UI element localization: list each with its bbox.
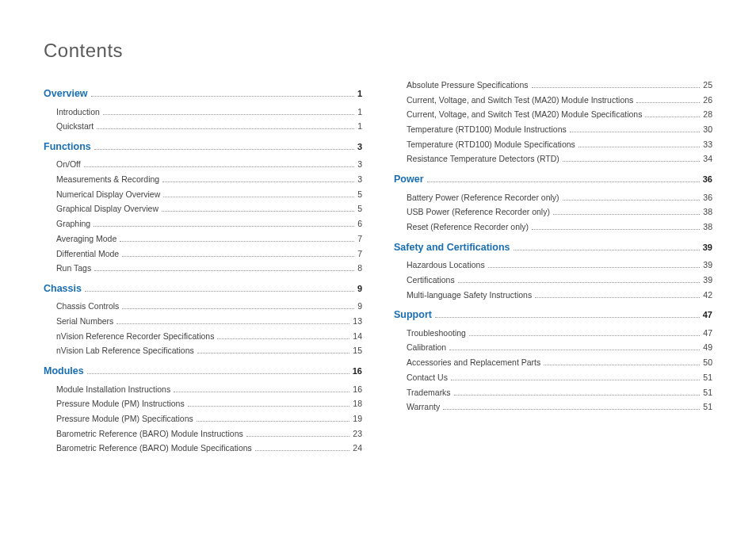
toc-entry-label: Calibration	[407, 342, 446, 353]
toc-sub-row[interactable]: Accessories and Replacement Parts50	[394, 357, 712, 369]
toc-section-row[interactable]: Safety and Certifications39	[394, 241, 712, 255]
toc-leader-dots	[91, 96, 354, 97]
toc-section-row[interactable]: Support47	[394, 308, 712, 323]
toc-section-row[interactable]: Power36	[394, 173, 712, 187]
toc-sub-row[interactable]: nVision Reference Recorder Specification…	[44, 331, 362, 342]
toc-leader-dots	[97, 128, 354, 129]
toc-sub-row[interactable]: Pressure Module (PM) Instructions18	[44, 398, 362, 410]
toc-page-number: 6	[357, 218, 362, 230]
toc-section-label: Overview	[44, 87, 88, 101]
toc-page-number: 16	[353, 384, 362, 396]
toc-page-number: 39	[703, 242, 712, 254]
toc-leader-dots	[578, 147, 700, 147]
toc-sub-row[interactable]: Current, Voltage, and Switch Test (MA20)…	[394, 109, 712, 120]
toc-section-row[interactable]: Chassis9	[44, 282, 362, 296]
toc-sub-row[interactable]: Current, Voltage, and Switch Test (MA20)…	[394, 94, 712, 106]
toc-leader-dots	[163, 197, 354, 197]
toc-leader-dots	[532, 87, 701, 88]
toc-leader-dots	[443, 409, 700, 410]
toc-entry-label: Serial Numbers	[56, 315, 113, 327]
toc-entry-label: Temperature (RTD100) Module Specificatio…	[407, 139, 575, 151]
toc-leader-dots	[162, 182, 354, 182]
toc-entry-label: Trademarks	[407, 387, 451, 399]
toc-leader-dots	[570, 132, 701, 132]
toc-page-number: 36	[703, 192, 712, 204]
toc-leader-dots	[246, 436, 350, 437]
toc-sub-row[interactable]: Resistance Temperature Detectors (RTD)34	[394, 153, 712, 165]
toc-leader-dots	[532, 229, 700, 230]
toc-sub-row[interactable]: Troubleshooting47	[394, 327, 712, 339]
toc-leader-dots	[469, 335, 700, 336]
toc-sub-row[interactable]: Certifications39	[394, 274, 712, 286]
toc-sub-row[interactable]: On/Off3	[44, 159, 362, 170]
toc-page-number: 38	[703, 221, 712, 233]
toc-page-number: 15	[353, 345, 362, 357]
toc-sub-row[interactable]: Reset (Reference Recorder only)38	[394, 221, 712, 233]
toc-sub-row[interactable]: Contact Us51	[394, 372, 712, 384]
toc-entry-label: On/Off	[56, 159, 81, 170]
toc-page-number: 25	[703, 79, 712, 91]
toc-entry-label: USB Power (Reference Recorder only)	[407, 206, 550, 218]
toc-sub-row[interactable]: Chassis Controls9	[44, 300, 362, 312]
toc-page-number: 23	[353, 428, 362, 440]
toc-entry-label: Multi-language Safety Instructions	[407, 289, 532, 301]
toc-page-number: 9	[357, 300, 362, 312]
toc-sub-row[interactable]: Absolute Pressure Specifications25	[394, 79, 712, 91]
toc-page-number: 50	[703, 357, 712, 369]
toc-leader-dots	[188, 406, 350, 407]
toc-leader-dots	[563, 161, 701, 162]
toc-leader-dots	[435, 317, 700, 318]
toc-sub-row[interactable]: Warranty51	[394, 401, 712, 413]
toc-sub-row[interactable]: Temperature (RTD100) Module Instructions…	[394, 124, 712, 136]
toc-page-number: 49	[703, 342, 712, 353]
toc-section-row[interactable]: Functions3	[44, 140, 362, 155]
toc-entry-label: Resistance Temperature Detectors (RTD)	[407, 153, 559, 165]
toc-right-column: Absolute Pressure Specifications25Curren…	[394, 79, 712, 457]
toc-leader-dots	[174, 392, 349, 392]
toc-sub-row[interactable]: Graphical Display Overview5	[44, 203, 362, 215]
toc-sub-row[interactable]: Differential Mode7	[44, 248, 362, 260]
toc-entry-label: Current, Voltage, and Switch Test (MA20)…	[407, 94, 633, 106]
toc-page-number: 26	[703, 94, 712, 106]
toc-sub-row[interactable]: Trademarks51	[394, 387, 712, 399]
toc-page-number: 47	[703, 309, 712, 321]
toc-leader-dots	[94, 270, 354, 271]
toc-sub-row[interactable]: Serial Numbers13	[44, 315, 362, 327]
toc-leader-dots	[645, 117, 700, 117]
toc-entry-label: nVision Lab Reference Specifications	[56, 345, 194, 357]
toc-sub-row[interactable]: nVision Lab Reference Specifications15	[44, 345, 362, 357]
toc-sub-row[interactable]: Run Tags8	[44, 262, 362, 274]
toc-sub-row[interactable]: Numerical Display Overview5	[44, 189, 362, 201]
toc-section-row[interactable]: Modules16	[44, 365, 362, 379]
toc-section-row[interactable]: Overview1	[44, 87, 362, 101]
toc-leader-dots	[449, 350, 700, 350]
toc-sub-row[interactable]: Multi-language Safety Instructions42	[394, 289, 712, 301]
toc-sub-row[interactable]: Hazardous Locations39	[394, 259, 712, 271]
toc-sub-row[interactable]: Introduction1	[44, 106, 362, 118]
toc-sub-row[interactable]: Graphing6	[44, 218, 362, 230]
toc-sub-row[interactable]: USB Power (Reference Recorder only)38	[394, 206, 712, 218]
toc-entry-label: Module Installation Instructions	[56, 384, 170, 396]
toc-page-number: 5	[357, 189, 362, 201]
toc-sub-row[interactable]: Measurements & Recording3	[44, 174, 362, 185]
page-title: Contents	[44, 40, 712, 62]
toc-sub-row[interactable]: Quickstart1	[44, 120, 362, 132]
toc-sub-row[interactable]: Barometric Reference (BARO) Module Speci…	[44, 442, 362, 454]
toc-page-number: 24	[353, 442, 362, 454]
toc-sub-row[interactable]: Battery Power (Reference Recorder only)3…	[394, 192, 712, 204]
toc-entry-label: Barometric Reference (BARO) Module Speci…	[56, 442, 252, 454]
toc-leader-dots	[197, 353, 350, 353]
toc-entry-label: Absolute Pressure Specifications	[407, 79, 529, 91]
toc-sub-row[interactable]: Module Installation Instructions16	[44, 384, 362, 396]
toc-sub-row[interactable]: Averaging Mode7	[44, 233, 362, 245]
toc-sub-row[interactable]: Calibration49	[394, 342, 712, 353]
toc-sub-row[interactable]: Temperature (RTD100) Module Specificatio…	[394, 139, 712, 151]
toc-entry-label: Graphing	[56, 218, 90, 230]
toc-leader-dots	[451, 380, 700, 380]
toc-page-number: 7	[357, 233, 362, 245]
toc-entry-label: Measurements & Recording	[56, 174, 159, 185]
toc-leader-dots	[488, 267, 701, 268]
toc-entry-label: Troubleshooting	[407, 327, 466, 339]
toc-sub-row[interactable]: Barometric Reference (BARO) Module Instr…	[44, 428, 362, 440]
toc-sub-row[interactable]: Pressure Module (PM) Specifications19	[44, 413, 362, 425]
